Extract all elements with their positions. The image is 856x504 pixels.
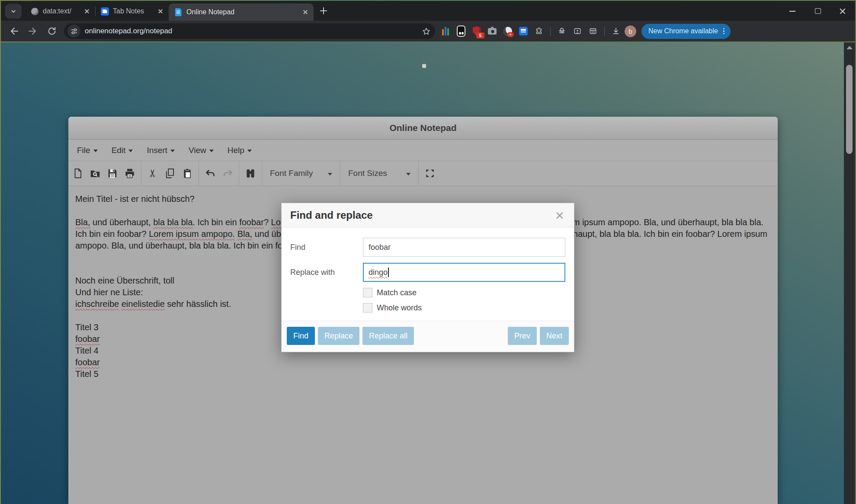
scrollbar-thumb[interactable] (846, 65, 853, 154)
blocked-globe-extension-icon[interactable]: × (501, 24, 515, 38)
editor-toolbar: ✂ Font Fa (68, 161, 778, 186)
replace-input[interactable]: dingo (363, 263, 565, 282)
find-input-value: foobar (369, 243, 391, 252)
globe-icon: × (503, 27, 512, 36)
download-icon (612, 26, 620, 36)
menu-file[interactable]: File (77, 146, 98, 155)
font-sizes-label: Font Sizes (348, 169, 387, 178)
preview-button[interactable] (87, 165, 104, 182)
find-input[interactable]: foobar (363, 238, 565, 257)
kebab-menu-icon[interactable] (722, 26, 725, 36)
text-caret (388, 268, 389, 277)
tab-search-button[interactable] (5, 4, 22, 19)
extensions-button[interactable] (532, 24, 546, 38)
redo-icon (222, 168, 234, 179)
menu-insert[interactable]: Insert (147, 146, 175, 155)
font-family-label: Font Family (270, 169, 313, 178)
replace-row: Replace with dingo (290, 263, 565, 282)
toolbar-separator (550, 26, 551, 36)
dialog-close-button[interactable]: × (554, 209, 565, 221)
fullscreen-button[interactable] (421, 165, 439, 182)
fullscreen-icon (424, 168, 436, 179)
browser-tab-data-text-[interactable]: data:text/ (25, 4, 95, 19)
reload-button[interactable] (43, 22, 61, 40)
toolbar-separator (239, 161, 239, 185)
checkbox-whole-words[interactable] (363, 303, 372, 313)
downloads-button[interactable] (609, 24, 623, 38)
page-scrollbar[interactable] (844, 42, 855, 504)
incognito-hat-icon (558, 26, 566, 36)
tab-title: data:text/ (43, 7, 80, 15)
checkbox-match-case[interactable] (363, 288, 372, 297)
image-favicon (100, 7, 109, 16)
close-window-button[interactable] (830, 1, 855, 21)
dark-reader-extension-icon[interactable] (454, 24, 468, 38)
dialog-header[interactable]: Find and replace × (282, 203, 574, 227)
tab-close-icon[interactable] (301, 8, 309, 16)
footer-buttons-right: PrevNext (508, 327, 569, 345)
chevron-down-icon (209, 150, 214, 152)
adblock-extension-icon[interactable]: 5 (470, 24, 484, 38)
menu-edit[interactable]: Edit (112, 146, 133, 155)
find-button[interactable]: Find (287, 327, 315, 345)
document-icon (519, 27, 528, 35)
tab-close-icon[interactable] (157, 7, 164, 15)
menu-view[interactable]: View (189, 146, 214, 155)
document-line: foobar (75, 357, 771, 368)
address-bar[interactable]: onlinenotepad.org/notepad (64, 23, 435, 39)
notepad-favicon (174, 8, 183, 16)
cut-button[interactable]: ✂ (144, 165, 161, 182)
save-button[interactable] (104, 165, 121, 182)
extension-badge: 5 (476, 32, 484, 38)
site-info-button[interactable] (67, 25, 80, 38)
screenshot-extension-icon[interactable] (485, 24, 499, 38)
prev-button[interactable]: Prev (508, 327, 537, 345)
tab-title: Online Notepad (186, 8, 298, 16)
update-chrome-button[interactable]: New Chrome available (641, 24, 731, 39)
incognito-indicator-icon[interactable] (555, 24, 569, 38)
menu-label: Help (228, 146, 244, 155)
eyes-icon (457, 26, 465, 37)
bookmark-star-icon[interactable] (422, 27, 431, 36)
scissors-icon: ✂ (147, 169, 159, 178)
menu-help[interactable]: Help (228, 146, 252, 155)
paste-button[interactable] (179, 165, 196, 182)
scroll-up-arrow-icon[interactable] (846, 46, 853, 49)
docs-extension-icon[interactable] (516, 24, 530, 38)
font-sizes-select[interactable]: Font Sizes (343, 161, 416, 185)
font-family-select[interactable]: Font Family (265, 161, 337, 185)
back-button[interactable] (5, 22, 22, 40)
replace-input-value: dingo (369, 268, 388, 277)
menu-label: Edit (112, 146, 126, 155)
toolbar-separator (141, 161, 141, 185)
profile-avatar[interactable]: b (625, 26, 636, 37)
folder-search-icon (90, 168, 101, 179)
print-button[interactable] (121, 165, 138, 182)
maximize-button[interactable] (805, 1, 830, 21)
forward-button[interactable] (24, 22, 42, 40)
replace-button[interactable]: Replace (318, 327, 359, 345)
tab-capture-icon[interactable] (571, 24, 584, 38)
window-controls (780, 1, 855, 21)
tabs-container: data:text/Tab NotesOnline Notepad (25, 1, 314, 21)
new-document-button[interactable] (69, 165, 87, 182)
browser-tab-online-notepad[interactable]: Online Notepad (169, 3, 314, 21)
browser-tab-tab-notes[interactable]: Tab Notes (95, 4, 169, 19)
minimize-button[interactable] (780, 1, 805, 21)
replace-all-button[interactable]: Replace all (362, 327, 414, 345)
chevron-down-icon (10, 7, 17, 15)
chevron-down-icon (328, 173, 332, 175)
redo-button[interactable] (219, 165, 236, 182)
checkbox-row: Whole words (363, 303, 565, 313)
highlighter-extension-icon[interactable] (439, 24, 452, 38)
find-row: Find foobar (290, 238, 565, 257)
reading-list-icon[interactable] (586, 24, 600, 38)
undo-button[interactable] (202, 165, 219, 182)
copy-button[interactable] (161, 165, 179, 182)
table-grid-icon (589, 26, 597, 36)
find-replace-button[interactable] (242, 165, 259, 182)
tab-close-icon[interactable] (83, 7, 91, 15)
dialog-checkboxes: Match caseWhole words (290, 288, 565, 313)
next-button[interactable]: Next (540, 327, 569, 345)
new-tab-button[interactable] (317, 4, 330, 17)
